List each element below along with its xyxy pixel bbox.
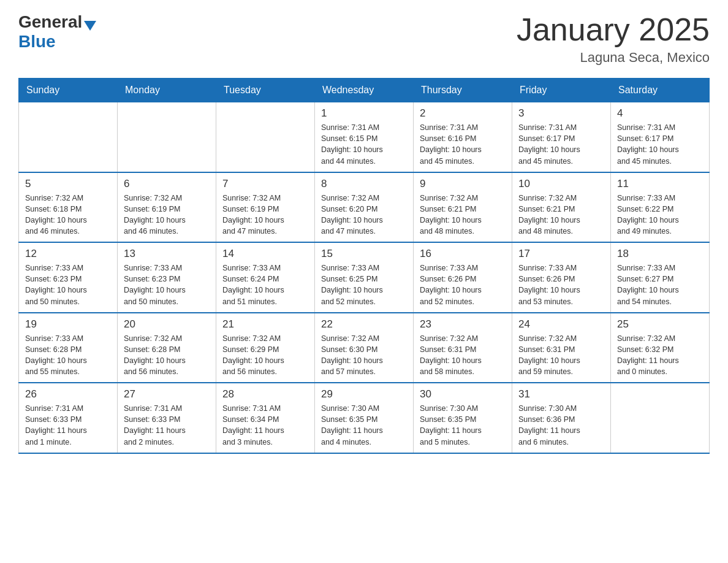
- day-number: 10: [518, 178, 604, 190]
- day-info: Sunrise: 7:31 AM Sunset: 6:33 PM Dayligh…: [124, 403, 210, 448]
- calendar-cell: 1Sunrise: 7:31 AM Sunset: 6:15 PM Daylig…: [315, 102, 414, 172]
- day-number: 24: [518, 318, 604, 331]
- calendar-cell: 6Sunrise: 7:32 AM Sunset: 6:19 PM Daylig…: [118, 172, 216, 243]
- title-area: January 2025 Laguna Seca, Mexico: [517, 12, 710, 66]
- calendar-title: January 2025: [517, 12, 710, 47]
- calendar-cell: 23Sunrise: 7:32 AM Sunset: 6:31 PM Dayli…: [414, 313, 512, 383]
- logo-blue-text: Blue: [18, 32, 56, 52]
- day-number: 19: [25, 318, 111, 331]
- day-number: 20: [124, 318, 210, 331]
- logo: General Blue: [18, 12, 96, 52]
- day-number: 26: [25, 388, 111, 400]
- logo-general-text: General: [18, 12, 82, 32]
- calendar-cell: 20Sunrise: 7:32 AM Sunset: 6:28 PM Dayli…: [118, 313, 216, 383]
- header-tuesday: Tuesday: [216, 79, 315, 102]
- calendar-cell: [611, 383, 710, 453]
- calendar-cell: [19, 102, 118, 172]
- day-number: 18: [617, 248, 703, 260]
- page-header: General Blue January 2025 Laguna Seca, M…: [18, 12, 710, 66]
- day-number: 22: [321, 318, 407, 331]
- day-info: Sunrise: 7:30 AM Sunset: 6:36 PM Dayligh…: [518, 403, 604, 448]
- calendar-cell: 9Sunrise: 7:32 AM Sunset: 6:21 PM Daylig…: [414, 172, 512, 243]
- day-number: 13: [124, 248, 210, 260]
- calendar-cell: 10Sunrise: 7:32 AM Sunset: 6:21 PM Dayli…: [512, 172, 611, 243]
- calendar-subtitle: Laguna Seca, Mexico: [517, 50, 710, 66]
- day-number: 17: [518, 248, 604, 260]
- day-number: 31: [518, 388, 604, 400]
- calendar-cell: 18Sunrise: 7:33 AM Sunset: 6:27 PM Dayli…: [611, 242, 710, 313]
- calendar-cell: 13Sunrise: 7:33 AM Sunset: 6:23 PM Dayli…: [118, 242, 216, 313]
- calendar-cell: 31Sunrise: 7:30 AM Sunset: 6:36 PM Dayli…: [512, 383, 611, 453]
- day-info: Sunrise: 7:32 AM Sunset: 6:32 PM Dayligh…: [617, 333, 703, 378]
- day-number: 27: [124, 388, 210, 400]
- day-info: Sunrise: 7:31 AM Sunset: 6:34 PM Dayligh…: [222, 403, 308, 448]
- day-info: Sunrise: 7:31 AM Sunset: 6:33 PM Dayligh…: [25, 403, 111, 448]
- calendar-week-row: 19Sunrise: 7:33 AM Sunset: 6:28 PM Dayli…: [19, 313, 710, 383]
- calendar-cell: 21Sunrise: 7:32 AM Sunset: 6:29 PM Dayli…: [216, 313, 315, 383]
- day-info: Sunrise: 7:32 AM Sunset: 6:29 PM Dayligh…: [222, 333, 308, 378]
- day-info: Sunrise: 7:33 AM Sunset: 6:23 PM Dayligh…: [124, 262, 210, 307]
- calendar-cell: 29Sunrise: 7:30 AM Sunset: 6:35 PM Dayli…: [315, 383, 414, 453]
- day-info: Sunrise: 7:31 AM Sunset: 6:16 PM Dayligh…: [420, 122, 506, 167]
- day-info: Sunrise: 7:33 AM Sunset: 6:26 PM Dayligh…: [420, 262, 506, 307]
- day-number: 29: [321, 388, 407, 400]
- day-info: Sunrise: 7:32 AM Sunset: 6:21 PM Dayligh…: [420, 193, 506, 237]
- day-number: 9: [420, 178, 506, 190]
- calendar-cell: 11Sunrise: 7:33 AM Sunset: 6:22 PM Dayli…: [611, 172, 710, 243]
- day-info: Sunrise: 7:33 AM Sunset: 6:26 PM Dayligh…: [518, 262, 604, 307]
- calendar-cell: 27Sunrise: 7:31 AM Sunset: 6:33 PM Dayli…: [118, 383, 216, 453]
- day-number: 21: [222, 318, 308, 331]
- calendar-cell: 7Sunrise: 7:32 AM Sunset: 6:19 PM Daylig…: [216, 172, 315, 243]
- calendar-cell: 12Sunrise: 7:33 AM Sunset: 6:23 PM Dayli…: [19, 242, 118, 313]
- day-number: 25: [617, 318, 703, 331]
- header-wednesday: Wednesday: [315, 79, 414, 102]
- day-info: Sunrise: 7:32 AM Sunset: 6:18 PM Dayligh…: [25, 193, 111, 237]
- calendar-cell: 16Sunrise: 7:33 AM Sunset: 6:26 PM Dayli…: [414, 242, 512, 313]
- calendar-cell: 17Sunrise: 7:33 AM Sunset: 6:26 PM Dayli…: [512, 242, 611, 313]
- header-friday: Friday: [512, 79, 611, 102]
- day-info: Sunrise: 7:33 AM Sunset: 6:28 PM Dayligh…: [25, 333, 111, 378]
- calendar-cell: 14Sunrise: 7:33 AM Sunset: 6:24 PM Dayli…: [216, 242, 315, 313]
- calendar-header-row: SundayMondayTuesdayWednesdayThursdayFrid…: [19, 79, 710, 102]
- day-info: Sunrise: 7:33 AM Sunset: 6:25 PM Dayligh…: [321, 262, 407, 307]
- calendar-cell: [216, 102, 315, 172]
- header-thursday: Thursday: [414, 79, 512, 102]
- day-number: 3: [518, 107, 604, 120]
- day-info: Sunrise: 7:31 AM Sunset: 6:17 PM Dayligh…: [617, 122, 703, 167]
- day-number: 11: [617, 178, 703, 190]
- day-number: 30: [420, 388, 506, 400]
- calendar-cell: 15Sunrise: 7:33 AM Sunset: 6:25 PM Dayli…: [315, 242, 414, 313]
- calendar-cell: 19Sunrise: 7:33 AM Sunset: 6:28 PM Dayli…: [19, 313, 118, 383]
- day-info: Sunrise: 7:32 AM Sunset: 6:31 PM Dayligh…: [518, 333, 604, 378]
- day-info: Sunrise: 7:30 AM Sunset: 6:35 PM Dayligh…: [321, 403, 407, 448]
- day-number: 7: [222, 178, 308, 190]
- calendar-cell: 30Sunrise: 7:30 AM Sunset: 6:35 PM Dayli…: [414, 383, 512, 453]
- day-info: Sunrise: 7:33 AM Sunset: 6:24 PM Dayligh…: [222, 262, 308, 307]
- day-info: Sunrise: 7:32 AM Sunset: 6:20 PM Dayligh…: [321, 193, 407, 237]
- calendar-cell: [118, 102, 216, 172]
- day-info: Sunrise: 7:32 AM Sunset: 6:21 PM Dayligh…: [518, 193, 604, 237]
- calendar-cell: 22Sunrise: 7:32 AM Sunset: 6:30 PM Dayli…: [315, 313, 414, 383]
- day-info: Sunrise: 7:32 AM Sunset: 6:31 PM Dayligh…: [420, 333, 506, 378]
- calendar-week-row: 1Sunrise: 7:31 AM Sunset: 6:15 PM Daylig…: [19, 102, 710, 172]
- calendar-cell: 25Sunrise: 7:32 AM Sunset: 6:32 PM Dayli…: [611, 313, 710, 383]
- day-info: Sunrise: 7:30 AM Sunset: 6:35 PM Dayligh…: [420, 403, 506, 448]
- calendar-cell: 8Sunrise: 7:32 AM Sunset: 6:20 PM Daylig…: [315, 172, 414, 243]
- calendar-week-row: 5Sunrise: 7:32 AM Sunset: 6:18 PM Daylig…: [19, 172, 710, 243]
- day-number: 28: [222, 388, 308, 400]
- calendar-table: SundayMondayTuesdayWednesdayThursdayFrid…: [18, 78, 710, 454]
- header-saturday: Saturday: [611, 79, 710, 102]
- day-number: 23: [420, 318, 506, 331]
- day-info: Sunrise: 7:33 AM Sunset: 6:27 PM Dayligh…: [617, 262, 703, 307]
- calendar-cell: 26Sunrise: 7:31 AM Sunset: 6:33 PM Dayli…: [19, 383, 118, 453]
- calendar-cell: 4Sunrise: 7:31 AM Sunset: 6:17 PM Daylig…: [611, 102, 710, 172]
- calendar-cell: 5Sunrise: 7:32 AM Sunset: 6:18 PM Daylig…: [19, 172, 118, 243]
- day-info: Sunrise: 7:33 AM Sunset: 6:22 PM Dayligh…: [617, 193, 703, 237]
- calendar-week-row: 26Sunrise: 7:31 AM Sunset: 6:33 PM Dayli…: [19, 383, 710, 453]
- day-number: 12: [25, 248, 111, 260]
- day-info: Sunrise: 7:32 AM Sunset: 6:19 PM Dayligh…: [222, 193, 308, 237]
- calendar-cell: 2Sunrise: 7:31 AM Sunset: 6:16 PM Daylig…: [414, 102, 512, 172]
- day-info: Sunrise: 7:31 AM Sunset: 6:15 PM Dayligh…: [321, 122, 407, 167]
- header-sunday: Sunday: [19, 79, 118, 102]
- day-number: 1: [321, 107, 407, 120]
